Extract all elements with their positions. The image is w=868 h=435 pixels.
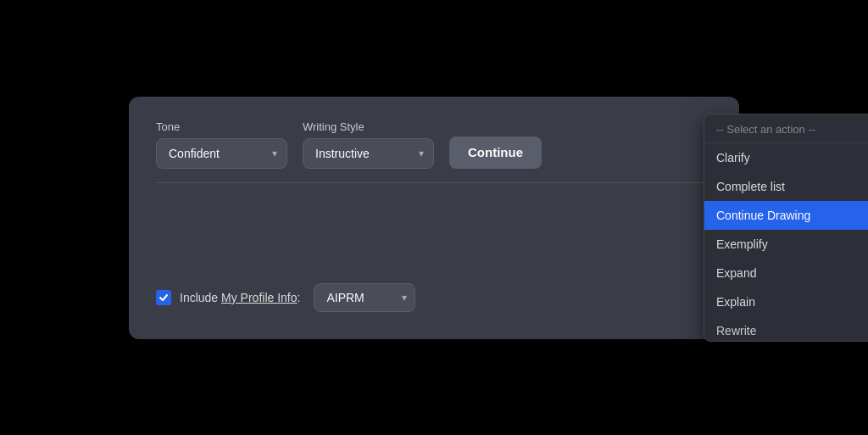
tone-dropdown[interactable]: Confident (156, 138, 287, 169)
tone-field-group: Tone Confident ▾ (156, 120, 287, 169)
popup-item-exemplify[interactable]: Exemplify (704, 230, 868, 259)
tone-label: Tone (156, 120, 287, 133)
action-dropdown-popup: -- Select an action -- Clarify Complete … (704, 114, 868, 342)
continue-button[interactable]: Continue (449, 137, 542, 169)
popup-item-rewrite[interactable]: Rewrite (704, 316, 868, 341)
popup-item-complete-list[interactable]: Complete list (704, 172, 868, 201)
include-profile-checkbox[interactable] (156, 290, 171, 305)
bottom-row: Include My Profile Info: AIPRM ▾ (156, 283, 712, 312)
popup-item-explain[interactable]: Explain (704, 287, 868, 316)
popup-header: -- Select an action -- (704, 114, 868, 143)
divider (156, 182, 712, 183)
popup-item-continue-drawing[interactable]: Continue Drawing (704, 201, 868, 230)
content-area (156, 198, 712, 266)
top-row: Tone Confident ▾ Writing Style Instructi… (156, 120, 712, 169)
profile-label: Include My Profile Info: (180, 291, 300, 304)
checkmark-icon (159, 293, 169, 303)
writing-style-dropdown[interactable]: Instructive (303, 138, 434, 169)
writing-style-label: Writing Style (303, 120, 434, 133)
popup-item-clarify[interactable]: Clarify (704, 143, 868, 172)
checkbox-wrapper: Include My Profile Info: (156, 290, 300, 305)
main-panel: Tone Confident ▾ Writing Style Instructi… (129, 97, 739, 339)
my-profile-info-link[interactable]: My Profile Info (221, 291, 297, 304)
writing-style-field-group: Writing Style Instructive ▾ (303, 120, 434, 169)
popup-item-expand[interactable]: Expand (704, 259, 868, 287)
profile-dropdown[interactable]: AIPRM (314, 283, 415, 312)
writing-style-dropdown-wrapper: Instructive ▾ (303, 138, 434, 169)
tone-dropdown-wrapper: Confident ▾ (156, 138, 287, 169)
profile-dropdown-wrapper: AIPRM ▾ (314, 283, 415, 312)
